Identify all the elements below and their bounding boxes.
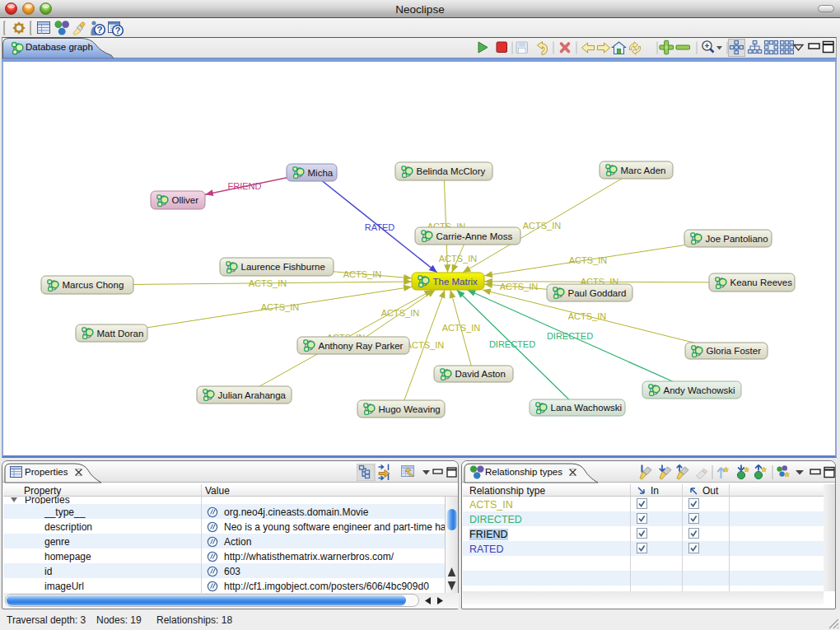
svg-text:RATED: RATED	[365, 222, 395, 232]
svg-text:David Aston: David Aston	[455, 369, 506, 379]
svg-text:Laurence Fishburne: Laurence Fishburne	[241, 262, 325, 272]
svg-text:Paul Goddard: Paul Goddard	[568, 288, 627, 298]
svg-text:ACTS_IN: ACTS_IN	[568, 311, 607, 321]
svg-text:Lana Wachowski: Lana Wachowski	[551, 403, 623, 413]
svg-text:ACTS_IN: ACTS_IN	[406, 340, 445, 350]
svg-text:Carrie-Anne Moss: Carrie-Anne Moss	[436, 231, 513, 241]
svg-text:Julian Arahanga: Julian Arahanga	[218, 390, 287, 400]
svg-text:Matt Doran: Matt Doran	[97, 329, 144, 338]
svg-text:Hugo Weaving: Hugo Weaving	[379, 404, 441, 414]
svg-text:ACTS_IN: ACTS_IN	[439, 254, 478, 264]
svg-text:ACTS_IN: ACTS_IN	[249, 278, 287, 288]
svg-text:Andy Wachowski: Andy Wachowski	[664, 385, 735, 395]
svg-text:Anthony Ray Parker: Anthony Ray Parker	[319, 341, 404, 351]
svg-text:DIRECTED: DIRECTED	[489, 339, 535, 349]
svg-text:Marcus Chong: Marcus Chong	[63, 280, 124, 290]
svg-text:DIRECTED: DIRECTED	[547, 331, 593, 341]
svg-text:ACTS_IN: ACTS_IN	[381, 308, 420, 318]
svg-text:ACTS_IN: ACTS_IN	[500, 282, 539, 292]
svg-text:Marc Aden: Marc Aden	[621, 166, 666, 175]
svg-text:ACTS_IN: ACTS_IN	[261, 302, 300, 312]
svg-text:?: ?	[114, 26, 120, 35]
svg-text:Joe Pantoliano: Joe Pantoliano	[706, 234, 768, 244]
svg-text:Micha: Micha	[308, 168, 334, 178]
svg-text:Belinda McClory: Belinda McClory	[417, 166, 486, 176]
svg-text:ACTS_IN: ACTS_IN	[343, 269, 382, 279]
svg-text:FRIEND: FRIEND	[228, 181, 262, 191]
svg-text:ACTS_IN: ACTS_IN	[569, 255, 608, 265]
svg-text:Keanu Reeves: Keanu Reeves	[730, 278, 793, 287]
svg-text:ACTS_IN: ACTS_IN	[442, 323, 481, 333]
svg-text:The Matrix: The Matrix	[433, 277, 478, 287]
svg-text:ACTS_IN: ACTS_IN	[523, 221, 562, 231]
svg-text:Gloria Foster: Gloria Foster	[707, 346, 762, 356]
svg-text:Olliver: Olliver	[172, 195, 199, 205]
svg-text:?: ?	[96, 25, 102, 35]
